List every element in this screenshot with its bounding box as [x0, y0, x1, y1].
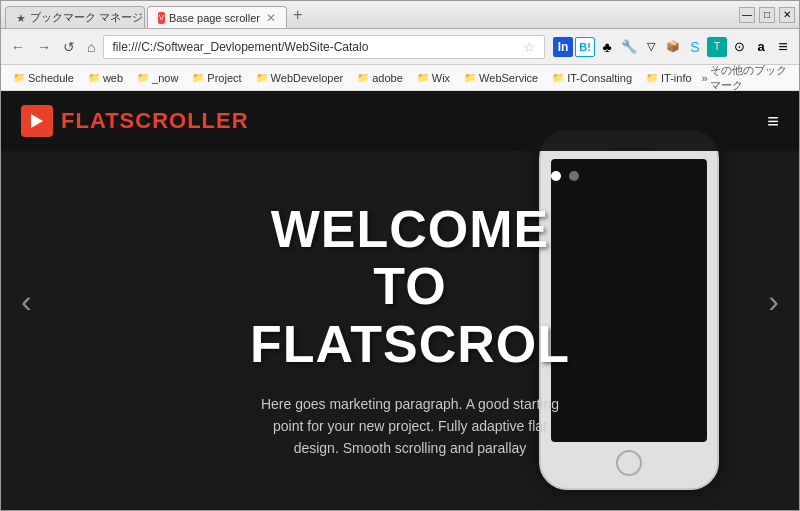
maximize-button[interactable]: □ — [759, 7, 775, 23]
tab-base-page-scroller[interactable]: V Base page scroller ✕ — [147, 6, 287, 28]
bookmark-adobe[interactable]: adobe — [351, 70, 409, 86]
address-bar[interactable]: file:///C:/Softwear_Devlopement/WebSite-… — [103, 35, 545, 59]
tab-bookmark-manager[interactable]: ★ ブックマーク マネージャ ✕ — [5, 6, 145, 28]
extension-icon-6[interactable]: ⊙ — [729, 37, 749, 57]
bookmark-webdeveloper-label: WebDeveloper — [271, 72, 344, 84]
bookmark-it-info[interactable]: IT-info — [640, 70, 698, 86]
menu-icon[interactable]: ≡ — [773, 37, 793, 57]
nav-icons: In B! ♣ 🔧 ▽ 📦 S T ⊙ a ≡ — [553, 37, 793, 57]
bookmarks-bar: Schedule web _now Project WebDeveloper a… — [1, 65, 799, 91]
bookmarks-more-button[interactable]: » — [702, 72, 708, 84]
bookmark-webservice-label: WebService — [479, 72, 538, 84]
bookmark-wix-label: Wix — [432, 72, 450, 84]
forward-button[interactable]: → — [33, 37, 55, 57]
back-button[interactable]: ← — [7, 37, 29, 57]
nav-bar: ← → ↺ ⌂ file:///C:/Softwear_Devlopement/… — [1, 29, 799, 65]
bookmark-schedule[interactable]: Schedule — [7, 70, 80, 86]
bookmark-it-consalting-label: IT-Consalting — [567, 72, 632, 84]
extension-icon-amazon[interactable]: a — [751, 37, 771, 57]
window-controls: — □ ✕ — [739, 7, 795, 23]
tab2-label: Base page scroller — [169, 12, 260, 24]
extension-icon-skype[interactable]: S — [685, 37, 705, 57]
logo-text: FLATSCROLLER — [61, 108, 249, 134]
svg-marker-0 — [31, 114, 43, 128]
bookmarks-extra-label[interactable]: その他のブックマーク — [710, 65, 793, 91]
bookmark-adobe-label: adobe — [372, 72, 403, 84]
bookmark-it-info-label: IT-info — [661, 72, 692, 84]
bookmark-webdeveloper[interactable]: WebDeveloper — [250, 70, 350, 86]
bookmark-project[interactable]: Project — [186, 70, 247, 86]
hamburger-menu-icon[interactable]: ≡ — [767, 110, 779, 133]
hero-text: WELCOMETOFLATSCROL Here goes marketing p… — [1, 151, 799, 510]
slider-prev-button[interactable]: ‹ — [11, 272, 42, 329]
bookmark-it-consalting[interactable]: IT-Consalting — [546, 70, 638, 86]
new-tab-button[interactable]: + — [289, 6, 306, 24]
bookmark-web[interactable]: web — [82, 70, 129, 86]
bookmark-project-label: Project — [207, 72, 241, 84]
bookmark-web-label: web — [103, 72, 123, 84]
slider-dots — [551, 171, 579, 181]
bookmark-schedule-label: Schedule — [28, 72, 74, 84]
slider-next-button[interactable]: › — [758, 272, 789, 329]
title-bar: ★ ブックマーク マネージャ ✕ V Base page scroller ✕ … — [1, 1, 799, 29]
extension-icon-4[interactable]: 📦 — [663, 37, 683, 57]
tab1-label: ブックマーク マネージャ — [30, 10, 145, 25]
slider-dot-1[interactable] — [551, 171, 561, 181]
bookmark-now-label: _now — [152, 72, 178, 84]
hero-title: WELCOMETOFLATSCROL — [250, 201, 570, 373]
tab-bar: ★ ブックマーク マネージャ ✕ V Base page scroller ✕ … — [5, 1, 735, 28]
extension-icon-2[interactable]: 🔧 — [619, 37, 639, 57]
extension-icon-5[interactable]: T — [707, 37, 727, 57]
logo-icon — [21, 105, 53, 137]
bookmark-webservice[interactable]: WebService — [458, 70, 544, 86]
bookmark-wix[interactable]: Wix — [411, 70, 456, 86]
extension-icon-3[interactable]: ▽ — [641, 37, 661, 57]
page-content: FLATSCROLLER ≡ — [1, 91, 799, 510]
slider-dot-2[interactable] — [569, 171, 579, 181]
instapaper-icon[interactable]: In — [553, 37, 573, 57]
tab1-favicon: ★ — [16, 12, 26, 24]
hero-section: WELCOMETOFLATSCROL Here goes marketing p… — [1, 91, 799, 510]
bookmark-now[interactable]: _now — [131, 70, 184, 86]
minimize-button[interactable]: — — [739, 7, 755, 23]
site-nav: FLATSCROLLER ≡ — [1, 91, 799, 151]
browser-window: ★ ブックマーク マネージャ ✕ V Base page scroller ✕ … — [0, 0, 800, 511]
tab2-close[interactable]: ✕ — [266, 11, 276, 25]
bookmark-star-icon[interactable]: ☆ — [523, 39, 536, 55]
close-button[interactable]: ✕ — [779, 7, 795, 23]
hatena-icon[interactable]: B! — [575, 37, 595, 57]
website: FLATSCROLLER ≡ — [1, 91, 799, 510]
home-button[interactable]: ⌂ — [83, 37, 99, 57]
address-text: file:///C:/Softwear_Devlopement/WebSite-… — [112, 40, 519, 54]
extension-icon-1[interactable]: ♣ — [597, 37, 617, 57]
site-logo: FLATSCROLLER — [21, 105, 249, 137]
reload-button[interactable]: ↺ — [59, 37, 79, 57]
hero-subtitle: Here goes marketing paragraph. A good st… — [260, 393, 560, 460]
tab2-favicon: V — [158, 12, 165, 24]
